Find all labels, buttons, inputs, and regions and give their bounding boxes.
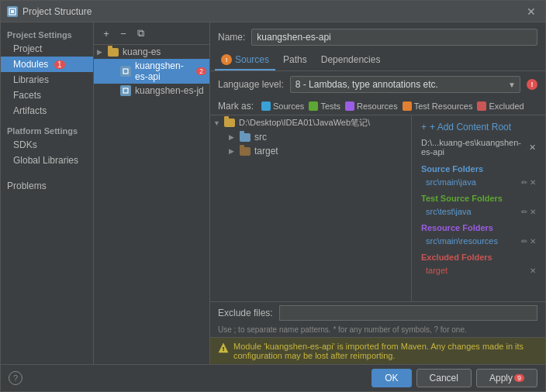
sidebar-item-modules[interactable]: Modules 1: [1, 57, 93, 72]
close-button[interactable]: ✕: [524, 4, 539, 19]
remove-resource-icon[interactable]: ✕: [530, 237, 536, 246]
resource-folder-item: src\main\resources ✏ ✕: [416, 235, 541, 247]
root-folder-icon: [224, 119, 235, 127]
source-folder-item: src\main\java ✏ ✕: [416, 176, 541, 188]
excluded-folder-actions: ✕: [530, 266, 536, 275]
remove-excluded-icon[interactable]: ✕: [530, 266, 536, 275]
excluded-folder-path: target: [426, 266, 448, 275]
exclude-files-hint: Use ; to separate name patterns. * for a…: [210, 324, 545, 337]
exclude-files-input[interactable]: [279, 305, 537, 321]
help-button[interactable]: ?: [9, 371, 22, 385]
tree-item-kuang-es[interactable]: ▶ kuang-es: [94, 45, 209, 59]
sidebar-item-problems[interactable]: Problems: [1, 176, 93, 196]
svg-rect-3: [123, 88, 128, 93]
tree-path-root[interactable]: ▼ D:\Desktop\IDEA01\JavaWeb笔记\kuang-es\k…: [210, 115, 411, 130]
sources-warning-icon: !: [221, 54, 232, 65]
remove-module-button[interactable]: −: [116, 26, 131, 41]
warning-row: ! Module 'kuangshen-es-api' is imported …: [210, 337, 545, 364]
tab-paths[interactable]: Paths: [277, 50, 313, 70]
source-folders-section: Source Folders src\main\java ✏ ✕: [416, 162, 541, 188]
sidebar-item-libraries[interactable]: Libraries: [1, 72, 93, 88]
edit-resource-icon[interactable]: ✏: [521, 237, 527, 246]
folder-details: + + Add Content Root D:\...kuang-es\kuan…: [412, 115, 545, 301]
mark-resources[interactable]: Resources: [345, 101, 398, 111]
tab-sources[interactable]: ! Sources: [215, 50, 275, 70]
excluded-folders-section: Excluded Folders target ✕: [416, 250, 541, 277]
warning-text: Module 'kuangshen-es-api' is imported fr…: [233, 342, 537, 360]
svg-rect-1: [11, 10, 14, 13]
language-error-icon: !: [527, 79, 537, 90]
source-tree: ▼ D:\Desktop\IDEA01\JavaWeb笔记\kuang-es\k…: [210, 115, 412, 301]
tree-item-kuangshen-es-api[interactable]: kuangshen-es-api 2: [94, 59, 209, 84]
mark-excluded[interactable]: Excluded: [477, 101, 524, 111]
project-settings-header: Project Settings: [1, 27, 93, 41]
svg-text:!: !: [223, 346, 225, 352]
sources-dot: [261, 101, 271, 111]
name-label: Name:: [218, 32, 245, 43]
svg-rect-2: [123, 69, 128, 74]
title-bar: Project Structure ✕: [1, 1, 545, 22]
test-source-folder-item: src\test\java ✏ ✕: [416, 205, 541, 218]
exclude-files-row: Exclude files:: [210, 301, 545, 324]
source-folder-path: src\main\java: [426, 177, 476, 187]
root-path: D:\Desktop\IDEA01\JavaWeb笔记\kuang-es\kua…: [239, 117, 371, 129]
title-bar-left: Project Structure: [7, 6, 92, 17]
root-arrow: ▼: [213, 119, 223, 127]
mark-sources[interactable]: Sources: [261, 101, 304, 111]
name-input[interactable]: [251, 29, 537, 46]
folder-icon-kuang-es: [108, 48, 119, 57]
path-close-button[interactable]: ✕: [529, 143, 536, 153]
language-select[interactable]: 8 - Lambdas, type annotations etc. 7 - D…: [290, 76, 520, 93]
module-icon-api: [120, 66, 131, 77]
apply-button[interactable]: Apply 9: [476, 369, 537, 387]
tree-target-item[interactable]: ▶ target: [210, 144, 411, 158]
sidebar-item-sdks[interactable]: SDKs: [1, 137, 93, 153]
dialog-icon: [7, 6, 18, 17]
tree-src-item[interactable]: ▶ src: [210, 130, 411, 144]
remove-source-icon[interactable]: ✕: [530, 178, 536, 187]
remove-test-icon[interactable]: ✕: [530, 208, 536, 216]
resource-folder-path: src\main\resources: [426, 236, 498, 246]
dialog-title: Project Structure: [22, 6, 92, 17]
path-header-text: D:\...kuang-es\kuangshen-es-api: [421, 138, 529, 156]
sidebar-item-project[interactable]: Project: [1, 41, 93, 57]
test-source-folder-actions: ✏ ✕: [521, 208, 536, 216]
bottom-bar: ? OK Cancel Apply 9: [1, 364, 545, 391]
add-icon: +: [421, 122, 427, 132]
test-source-folders-title: Test Source Folders: [416, 191, 541, 205]
cancel-button[interactable]: Cancel: [416, 369, 472, 387]
tab-dependencies[interactable]: Dependencies: [315, 50, 387, 70]
add-module-button[interactable]: +: [98, 26, 114, 41]
sidebar-item-artifacts[interactable]: Artifacts: [1, 103, 93, 119]
name-row: Name:: [210, 22, 545, 50]
path-header: D:\...kuang-es\kuangshen-es-api ✕: [416, 136, 541, 159]
excluded-folders-title: Excluded Folders: [416, 250, 541, 264]
module-icon-jd: [120, 85, 131, 96]
excluded-folder-item: target ✕: [416, 264, 541, 277]
ok-button[interactable]: OK: [371, 369, 411, 387]
tree-item-kuangshen-es-jd[interactable]: kuangshen-es-jd: [94, 84, 209, 98]
tabs-row: ! Sources Paths Dependencies: [210, 50, 545, 71]
mark-test-resources[interactable]: Test Resources: [403, 101, 473, 111]
src-folder-icon: [240, 133, 251, 142]
test-source-folders-section: Test Source Folders src\test\java ✏ ✕: [416, 191, 541, 218]
sidebar-item-facets[interactable]: Facets: [1, 88, 93, 103]
add-content-root-button[interactable]: + + Add Content Root: [416, 119, 541, 136]
apply-badge: 9: [514, 374, 524, 382]
source-folders-title: Source Folders: [416, 162, 541, 176]
mark-tests[interactable]: Tests: [309, 101, 340, 111]
target-folder-icon: [240, 147, 251, 156]
mark-as-label: Mark as:: [218, 101, 254, 112]
warning-icon: !: [218, 342, 229, 353]
src-arrow: ▶: [229, 133, 238, 141]
resource-folder-actions: ✏ ✕: [521, 237, 536, 246]
edit-test-icon[interactable]: ✏: [521, 208, 527, 216]
project-structure-dialog: Project Structure ✕ Project Settings Pro…: [0, 0, 546, 392]
bottom-left: ?: [9, 371, 22, 385]
excluded-dot: [477, 101, 486, 111]
bottom-right: OK Cancel Apply 9: [371, 369, 537, 387]
copy-module-button[interactable]: ⧉: [133, 26, 148, 41]
sidebar-item-global-libraries[interactable]: Global Libraries: [1, 153, 93, 168]
edit-source-icon[interactable]: ✏: [521, 178, 527, 187]
language-label: Language level:: [218, 79, 284, 90]
